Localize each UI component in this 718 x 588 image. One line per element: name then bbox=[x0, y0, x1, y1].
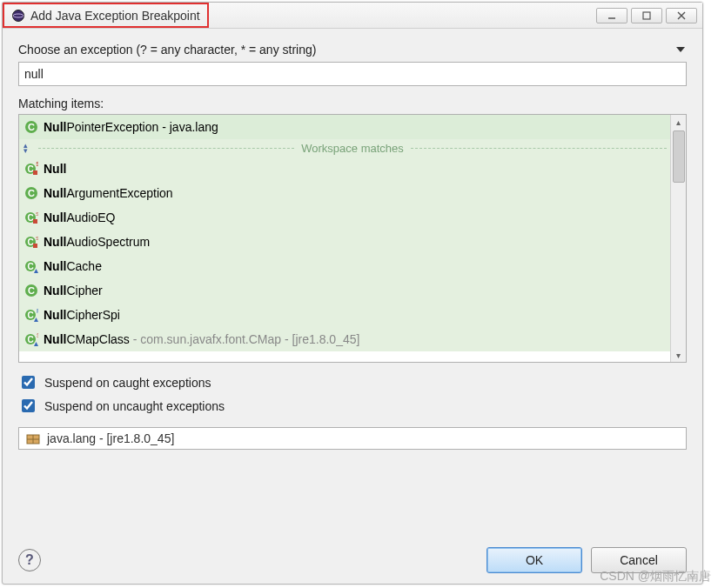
class-final-icon: CF bbox=[24, 308, 38, 322]
list-item[interactable]: CS Null bbox=[19, 157, 670, 181]
list-item[interactable]: C NullPointerException - java.lang bbox=[19, 115, 670, 139]
matching-items-list: C NullPointerException - java.lang ▴▾ Wo… bbox=[18, 114, 687, 363]
checkbox-input[interactable] bbox=[22, 376, 35, 389]
package-info: java.lang - [jre1.8.0_45] bbox=[18, 427, 687, 450]
class-icon: C bbox=[24, 120, 38, 134]
scrollbar[interactable]: ▴ ▾ bbox=[670, 115, 686, 362]
class-abstract-icon: C bbox=[24, 259, 38, 273]
help-button[interactable]: ? bbox=[18, 549, 41, 571]
svg-rect-11 bbox=[33, 170, 37, 175]
svg-text:S: S bbox=[37, 332, 38, 338]
svg-marker-6 bbox=[676, 47, 685, 52]
list-item[interactable]: C NullArgumentException bbox=[19, 181, 670, 205]
svg-text:C: C bbox=[28, 285, 35, 296]
class-static-icon: CS bbox=[24, 162, 38, 176]
close-button[interactable] bbox=[666, 8, 697, 23]
class-static-abstract-icon: CS bbox=[24, 332, 38, 346]
scroll-down-icon[interactable]: ▾ bbox=[671, 348, 686, 362]
package-icon bbox=[26, 431, 40, 445]
ok-button[interactable]: OK bbox=[486, 547, 582, 573]
svg-text:C: C bbox=[27, 213, 33, 223]
workspace-matches-separator: ▴▾ Workspace matches bbox=[19, 139, 670, 157]
class-icon: C bbox=[24, 284, 38, 297]
svg-text:C: C bbox=[27, 164, 33, 174]
class-final-static-icon: CSF bbox=[24, 235, 38, 249]
dialog-content: Choose an exception (? = any character, … bbox=[3, 29, 702, 584]
choose-exception-label: Choose an exception (? = any character, … bbox=[18, 43, 316, 57]
svg-text:S: S bbox=[36, 162, 38, 167]
checkbox-input[interactable] bbox=[22, 399, 35, 412]
svg-text:C: C bbox=[28, 122, 35, 132]
list-item[interactable]: C NullCache bbox=[19, 254, 670, 278]
list-item[interactable]: CF NullCipherSpi bbox=[19, 303, 670, 327]
window-title: Add Java Exception Breakpoint bbox=[30, 9, 200, 23]
svg-text:C: C bbox=[27, 335, 33, 344]
minimize-button[interactable] bbox=[596, 8, 627, 23]
svg-rect-17 bbox=[33, 219, 37, 224]
titlebar-highlight: Add Java Exception Breakpoint bbox=[3, 3, 209, 28]
search-input[interactable] bbox=[18, 62, 687, 86]
scroll-thumb[interactable] bbox=[673, 130, 685, 183]
svg-text:C: C bbox=[27, 262, 33, 271]
svg-text:C: C bbox=[28, 188, 35, 198]
svg-rect-3 bbox=[643, 12, 650, 19]
list-item[interactable]: CS NullCMapClass - com.sun.javafx.font.C… bbox=[19, 327, 670, 351]
svg-text:SF: SF bbox=[36, 211, 38, 217]
class-final-static-icon: CSF bbox=[24, 210, 38, 224]
matching-items-label: Matching items: bbox=[18, 97, 687, 110]
svg-marker-25 bbox=[34, 269, 38, 273]
chevron-updown-icon: ▴▾ bbox=[19, 143, 31, 153]
watermark: CSDN @烟雨忆南唐 bbox=[600, 569, 711, 585]
svg-rect-21 bbox=[33, 244, 37, 248]
svg-text:C: C bbox=[27, 311, 33, 320]
svg-marker-34 bbox=[34, 342, 38, 346]
class-icon: C bbox=[24, 186, 38, 200]
question-icon: ? bbox=[25, 552, 34, 568]
dialog-window: Add Java Exception Breakpoint Choose an … bbox=[2, 2, 703, 585]
list-item[interactable]: CSF NullAudioSpectrum bbox=[19, 230, 670, 254]
scroll-up-icon[interactable]: ▴ bbox=[671, 115, 686, 129]
list-item[interactable]: CSF NullAudioEQ bbox=[19, 205, 670, 230]
svg-text:C: C bbox=[27, 237, 33, 247]
svg-text:F: F bbox=[37, 308, 38, 314]
dropdown-menu-arrow-icon[interactable] bbox=[674, 43, 687, 56]
svg-marker-30 bbox=[34, 317, 38, 322]
titlebar: Add Java Exception Breakpoint bbox=[3, 3, 702, 29]
list-item[interactable]: C NullCipher bbox=[19, 278, 670, 303]
svg-point-0 bbox=[13, 10, 24, 21]
svg-text:SF: SF bbox=[36, 236, 38, 241]
eclipse-icon bbox=[11, 9, 25, 23]
suspend-caught-checkbox[interactable]: Suspend on caught exceptions bbox=[18, 373, 687, 391]
maximize-button[interactable] bbox=[631, 8, 662, 23]
suspend-uncaught-checkbox[interactable]: Suspend on uncaught exceptions bbox=[18, 397, 687, 415]
